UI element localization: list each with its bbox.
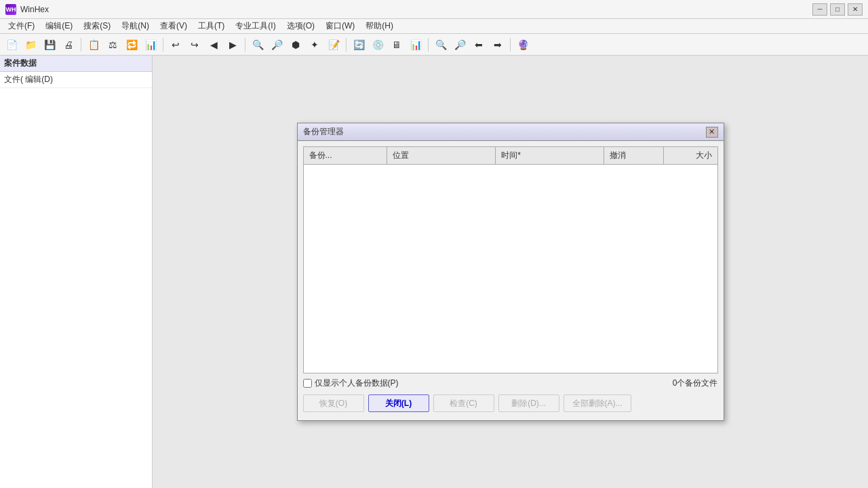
toolbar: 📄 📁 💾 🖨 📋 ⚖ 🔁 📊 ↩ ↪ ◀ ▶ 🔍 🔎 ⬢ ✦ 📝 🔄 💿 🖥 … (0, 34, 868, 56)
delete-all-button[interactable]: 全部删除(A)... (564, 394, 631, 412)
menu-edit[interactable]: 编辑(E) (40, 19, 78, 33)
col-header-backup: 备份... (304, 147, 388, 164)
backup-count: 0个备份文件 (673, 378, 718, 389)
panel-header: 案件数据 (0, 56, 152, 72)
main-area: 案件数据 文件( 编辑(D) 备份管理器 ✕ 备份 (0, 56, 868, 488)
toolbar-new[interactable]: 📄 (3, 37, 20, 53)
app-title: WinHex (20, 5, 49, 14)
toolbar-openspecial[interactable]: 📋 (85, 37, 102, 53)
toolbar-forward[interactable]: ▶ (224, 37, 241, 53)
toolbar-open[interactable]: 📁 (22, 37, 39, 53)
toolbar-sep4 (346, 38, 347, 52)
dialog-title: 备份管理器 (303, 126, 344, 138)
checkbox-row: 仅显示个人备份数据(P) 0个备份文件 (303, 378, 718, 389)
right-area: 备份管理器 ✕ 备份... 位置 (153, 56, 868, 488)
dialog-body: 备份... 位置 时间* 撤消 (298, 141, 724, 420)
col-header-location: 位置 (387, 147, 496, 164)
toolbar-props[interactable]: 📊 (142, 37, 159, 53)
toolbar-compare2[interactable]: 🔁 (123, 37, 140, 53)
col-header-cancel: 撤消 (604, 147, 664, 164)
toolbar-search[interactable]: 🔍 (249, 37, 267, 53)
col-header-size: 大小 (664, 147, 717, 164)
menu-options[interactable]: 选项(O) (281, 19, 320, 33)
dialog-buttons: 恢复(O) 关闭(L) 检查(C) 删除(D)... 全部删除(A)... (303, 394, 718, 412)
toolbar-save[interactable]: 💾 (41, 37, 58, 53)
toolbar-sep2 (163, 38, 163, 52)
toolbar-table[interactable]: 📊 (407, 37, 425, 53)
menu-search[interactable]: 搜索(S) (78, 19, 116, 33)
personal-checkbox[interactable] (303, 379, 312, 388)
menu-navigate[interactable]: 导航(N) (116, 19, 155, 33)
title-bar: WH WinHex ─ □ ✕ (0, 0, 868, 19)
backup-table: 备份... 位置 时间* 撤消 (303, 146, 718, 373)
menu-help[interactable]: 帮助(H) (360, 19, 399, 33)
left-panel: 案件数据 文件( 编辑(D) (0, 56, 153, 488)
checkbox-personal[interactable]: 仅显示个人备份数据(P) (303, 378, 399, 389)
panel-content (0, 88, 152, 488)
toolbar-sep1 (81, 38, 81, 52)
minimize-button[interactable]: ─ (812, 3, 827, 16)
maximize-button[interactable]: □ (830, 3, 845, 16)
menu-window[interactable]: 窗口(W) (320, 19, 360, 33)
toolbar-find[interactable]: 🔎 (268, 37, 285, 53)
table-body (304, 165, 717, 361)
panel-sub[interactable]: 文件( 编辑(D) (0, 72, 152, 88)
title-bar-controls: ─ □ ✕ (812, 3, 863, 16)
menu-protools[interactable]: 专业工具(I) (230, 19, 281, 33)
close-button[interactable]: 关闭(L) (368, 394, 429, 412)
toolbar-goto[interactable]: ⬢ (287, 37, 304, 53)
menu-view[interactable]: 查看(V) (155, 19, 193, 33)
dialog-footer: 仅显示个人备份数据(P) 0个备份文件 恢复(O) 关闭(L) 检查(C) 删除… (303, 373, 718, 415)
backup-manager-dialog: 备份管理器 ✕ 备份... 位置 (297, 123, 724, 421)
toolbar-sep3 (245, 38, 245, 52)
dialog-overlay: 备份管理器 ✕ 备份... 位置 (153, 56, 868, 488)
toolbar-print[interactable]: 🖨 (60, 37, 77, 53)
toolbar-zoomin[interactable]: 🔍 (432, 37, 450, 53)
delete-button[interactable]: 删除(D)... (498, 394, 559, 412)
toolbar-drive[interactable]: 🖥 (388, 37, 406, 53)
toolbar-special[interactable]: 🔮 (514, 37, 532, 53)
table-header: 备份... 位置 时间* 撤消 (304, 147, 717, 165)
toolbar-zoomout[interactable]: 🔎 (451, 37, 469, 53)
app-icon: WH (5, 4, 16, 15)
check-button[interactable]: 检查(C) (433, 394, 494, 412)
title-bar-left: WH WinHex (5, 4, 49, 15)
toolbar-disk[interactable]: 💿 (369, 37, 387, 53)
toolbar-back[interactable]: ◀ (205, 37, 222, 53)
dialog-close-button[interactable]: ✕ (706, 127, 718, 138)
menu-tools[interactable]: 工具(T) (193, 19, 230, 33)
col-header-time: 时间* (496, 147, 604, 164)
toolbar-select[interactable]: ✦ (306, 37, 323, 53)
close-button[interactable]: ✕ (848, 3, 863, 16)
toolbar-next[interactable]: ➡ (489, 37, 507, 53)
toolbar-sep6 (510, 38, 511, 52)
restore-button[interactable]: 恢复(O) (303, 394, 364, 412)
toolbar-refresh[interactable]: 🔄 (350, 37, 368, 53)
toolbar-undo[interactable]: ↩ (167, 37, 184, 53)
menu-bar: 文件(F) 编辑(E) 搜索(S) 导航(N) 查看(V) 工具(T) 专业工具… (0, 19, 868, 34)
toolbar-redo[interactable]: ↪ (186, 37, 203, 53)
toolbar-sep5 (428, 38, 429, 52)
toolbar-hex[interactable]: 📝 (325, 37, 342, 53)
toolbar-prev[interactable]: ⬅ (470, 37, 488, 53)
toolbar-compare[interactable]: ⚖ (104, 37, 121, 53)
dialog-title-bar: 备份管理器 ✕ (298, 123, 724, 141)
menu-file[interactable]: 文件(F) (3, 19, 40, 33)
